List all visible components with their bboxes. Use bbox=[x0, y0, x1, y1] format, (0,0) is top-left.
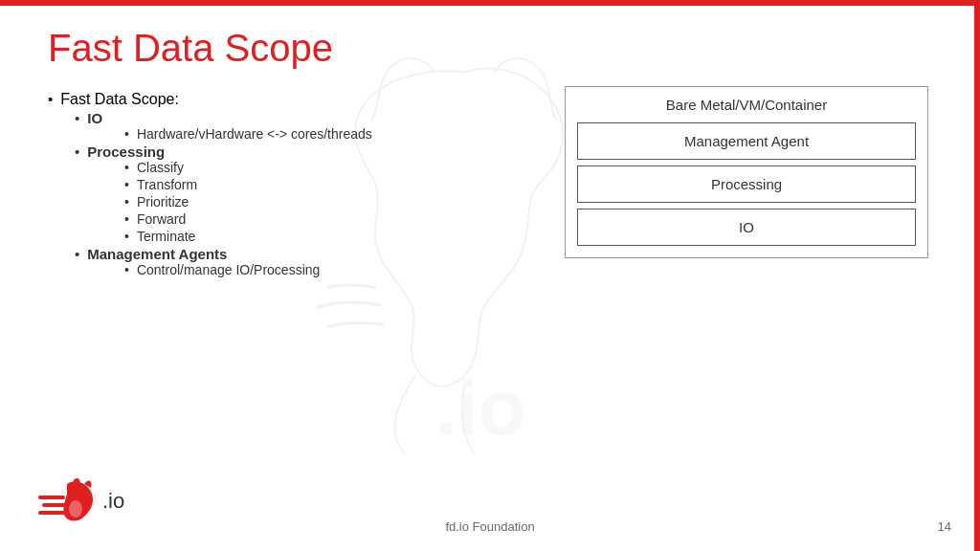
footer-center: fd.io Foundation bbox=[445, 519, 534, 534]
bullet-transform: Transform bbox=[124, 177, 565, 192]
bullet-io-sub: Hardware/vHardware <-> cores/threads bbox=[124, 126, 565, 142]
diagram-management-agent: Management Agent bbox=[577, 122, 916, 160]
forward-text: Forward bbox=[137, 211, 186, 227]
svg-point-4 bbox=[69, 500, 82, 518]
io-sub-label: Hardware/vHardware <-> cores/threads bbox=[124, 126, 565, 142]
management-sub-label: Control/manage IO/Processing bbox=[124, 262, 565, 277]
management-label: Management Agents bbox=[87, 246, 227, 262]
processing-label: Processing bbox=[87, 143, 165, 160]
prioritize-text: Prioritize bbox=[137, 194, 189, 209]
svg-text:.io: .io bbox=[434, 364, 526, 451]
svg-rect-1 bbox=[38, 496, 65, 499]
bullet-prioritize: Prioritize bbox=[124, 194, 565, 209]
management-sub-text: Control/manage IO/Processing bbox=[137, 262, 320, 277]
bullet-io-label: IO bbox=[75, 110, 565, 126]
classify-text: Classify bbox=[137, 160, 184, 175]
bullet-io: IO Hardware/vHardware <-> cores/threads bbox=[75, 110, 565, 142]
bullet-l1: Fast Data Scope: bbox=[48, 91, 565, 108]
diagram: Bare Metal/VM/Container Management Agent… bbox=[565, 86, 928, 258]
logo-text: .io bbox=[102, 489, 124, 514]
bullet-forward: Forward bbox=[124, 211, 565, 227]
svg-rect-2 bbox=[42, 503, 67, 507]
fdio-logo-icon bbox=[38, 474, 100, 527]
io-sub-text: Hardware/vHardware <-> cores/threads bbox=[137, 126, 372, 142]
diagram-outer-box: Bare Metal/VM/Container Management Agent… bbox=[565, 86, 928, 258]
diagram-io: IO bbox=[577, 209, 916, 246]
bullet-management: Management Agents Control/manage IO/Proc… bbox=[75, 246, 565, 277]
top-bar bbox=[0, 0, 980, 6]
bullet-management-sub: Control/manage IO/Processing bbox=[124, 262, 565, 277]
io-label: IO bbox=[87, 110, 102, 126]
diagram-outer-label: Bare Metal/VM/Container bbox=[577, 97, 916, 113]
diagram-processing: Processing bbox=[577, 165, 916, 203]
bullet-processing-label: Processing bbox=[75, 143, 565, 160]
bullet-classify: Classify bbox=[124, 160, 565, 175]
slide: Fast Data Scope .io Fast Data Scope: IO … bbox=[0, 0, 980, 551]
logo-area: .io bbox=[38, 474, 124, 527]
slide-title: Fast Data Scope bbox=[48, 27, 333, 70]
footer-page: 14 bbox=[938, 519, 951, 534]
transform-text: Transform bbox=[137, 177, 197, 192]
bullet-processing: Processing Classify Transform Prioritize… bbox=[75, 143, 565, 244]
terminate-text: Terminate bbox=[137, 229, 195, 244]
svg-rect-3 bbox=[38, 511, 65, 515]
bullet-l1-text: Fast Data Scope: bbox=[60, 91, 179, 108]
right-bar bbox=[974, 0, 980, 551]
bullet-terminate: Terminate bbox=[124, 229, 565, 244]
content-area: Fast Data Scope: IO Hardware/vHardware <… bbox=[48, 91, 565, 279]
bullet-management-label: Management Agents bbox=[75, 246, 565, 262]
